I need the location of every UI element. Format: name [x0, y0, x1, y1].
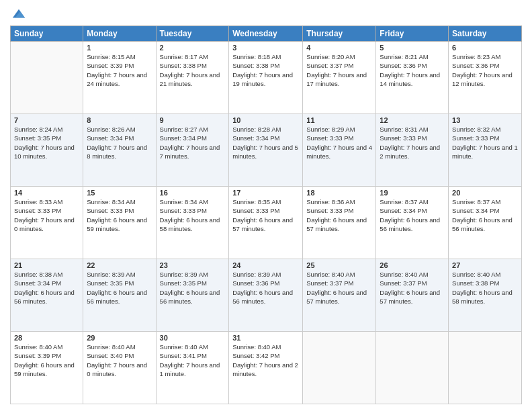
calendar-cell: 3Sunrise: 8:18 AMSunset: 3:38 PMDaylight…	[229, 42, 303, 114]
day-number: 18	[306, 189, 372, 197]
day-detail: Sunrise: 8:39 AMSunset: 3:35 PMDaylight:…	[87, 270, 152, 306]
calendar-cell: 17Sunrise: 8:35 AMSunset: 3:33 PMDayligh…	[229, 187, 303, 259]
calendar-cell: 7Sunrise: 8:24 AMSunset: 3:35 PMDaylight…	[11, 114, 83, 187]
day-number: 9	[160, 116, 226, 124]
day-detail: Sunrise: 8:40 AMSunset: 3:41 PMDaylight:…	[160, 342, 226, 378]
calendar-cell: 16Sunrise: 8:34 AMSunset: 3:33 PMDayligh…	[156, 187, 229, 259]
calendar-cell: 12Sunrise: 8:31 AMSunset: 3:33 PMDayligh…	[376, 114, 449, 187]
day-number: 12	[380, 116, 445, 124]
calendar-cell: 10Sunrise: 8:28 AMSunset: 3:34 PMDayligh…	[229, 114, 303, 187]
logo-icon	[11, 7, 26, 21]
day-detail: Sunrise: 8:17 AMSunset: 3:38 PMDaylight:…	[160, 52, 226, 88]
calendar-cell: 20Sunrise: 8:37 AMSunset: 3:34 PMDayligh…	[449, 187, 522, 259]
day-number: 2	[160, 44, 226, 52]
day-number: 14	[14, 189, 79, 197]
day-detail: Sunrise: 8:35 AMSunset: 3:33 PMDaylight:…	[232, 197, 299, 233]
calendar-cell	[449, 332, 522, 404]
calendar-cell: 23Sunrise: 8:39 AMSunset: 3:35 PMDayligh…	[156, 259, 229, 332]
calendar-week-row: 21Sunrise: 8:38 AMSunset: 3:34 PMDayligh…	[11, 259, 522, 332]
day-number: 30	[160, 334, 226, 342]
day-detail: Sunrise: 8:29 AMSunset: 3:33 PMDaylight:…	[306, 125, 372, 161]
day-number: 21	[14, 261, 79, 269]
weekday-header-wednesday: Wednesday	[229, 26, 303, 42]
calendar-week-row: 1Sunrise: 8:15 AMSunset: 3:39 PMDaylight…	[11, 42, 522, 114]
calendar-cell: 22Sunrise: 8:39 AMSunset: 3:35 PMDayligh…	[83, 259, 156, 332]
day-detail: Sunrise: 8:20 AMSunset: 3:37 PMDaylight:…	[306, 52, 372, 88]
page: SundayMondayTuesdayWednesdayThursdayFrid…	[0, 0, 532, 411]
weekday-header-friday: Friday	[376, 26, 449, 42]
calendar-cell: 24Sunrise: 8:39 AMSunset: 3:36 PMDayligh…	[229, 259, 303, 332]
calendar-cell: 9Sunrise: 8:27 AMSunset: 3:34 PMDaylight…	[156, 114, 229, 187]
day-detail: Sunrise: 8:33 AMSunset: 3:33 PMDaylight:…	[14, 197, 79, 233]
calendar-cell: 29Sunrise: 8:40 AMSunset: 3:40 PMDayligh…	[83, 332, 156, 404]
day-number: 20	[452, 189, 518, 197]
day-detail: Sunrise: 8:39 AMSunset: 3:36 PMDaylight:…	[232, 270, 299, 306]
day-detail: Sunrise: 8:39 AMSunset: 3:35 PMDaylight:…	[160, 270, 226, 306]
day-detail: Sunrise: 8:40 AMSunset: 3:42 PMDaylight:…	[232, 342, 299, 378]
weekday-header-monday: Monday	[83, 26, 156, 42]
calendar-cell: 13Sunrise: 8:32 AMSunset: 3:33 PMDayligh…	[449, 114, 522, 187]
calendar-cell: 19Sunrise: 8:37 AMSunset: 3:34 PMDayligh…	[376, 187, 449, 259]
day-detail: Sunrise: 8:18 AMSunset: 3:38 PMDaylight:…	[232, 52, 299, 88]
calendar-cell: 18Sunrise: 8:36 AMSunset: 3:33 PMDayligh…	[303, 187, 376, 259]
calendar-cell: 6Sunrise: 8:23 AMSunset: 3:36 PMDaylight…	[449, 42, 522, 114]
calendar-week-row: 7Sunrise: 8:24 AMSunset: 3:35 PMDaylight…	[11, 114, 522, 187]
calendar-cell: 30Sunrise: 8:40 AMSunset: 3:41 PMDayligh…	[156, 332, 229, 404]
day-number: 28	[14, 334, 79, 342]
calendar-week-row: 14Sunrise: 8:33 AMSunset: 3:33 PMDayligh…	[11, 187, 522, 259]
calendar-cell	[11, 42, 83, 114]
weekday-header-sunday: Sunday	[11, 26, 83, 42]
day-number: 31	[232, 334, 299, 342]
day-detail: Sunrise: 8:26 AMSunset: 3:34 PMDaylight:…	[87, 125, 152, 161]
day-detail: Sunrise: 8:37 AMSunset: 3:34 PMDaylight:…	[380, 197, 445, 233]
day-number: 17	[232, 189, 299, 197]
day-number: 25	[306, 261, 372, 269]
calendar-cell: 15Sunrise: 8:34 AMSunset: 3:33 PMDayligh…	[83, 187, 156, 259]
calendar-cell: 27Sunrise: 8:40 AMSunset: 3:38 PMDayligh…	[449, 259, 522, 332]
calendar-cell: 2Sunrise: 8:17 AMSunset: 3:38 PMDaylight…	[156, 42, 229, 114]
day-number: 10	[232, 116, 299, 124]
day-number: 1	[87, 44, 152, 52]
day-number: 11	[306, 116, 372, 124]
day-number: 4	[306, 44, 372, 52]
day-detail: Sunrise: 8:23 AMSunset: 3:36 PMDaylight:…	[452, 52, 518, 88]
day-number: 23	[160, 261, 226, 269]
day-detail: Sunrise: 8:40 AMSunset: 3:37 PMDaylight:…	[306, 270, 372, 306]
day-detail: Sunrise: 8:27 AMSunset: 3:34 PMDaylight:…	[160, 125, 226, 161]
day-detail: Sunrise: 8:38 AMSunset: 3:34 PMDaylight:…	[14, 270, 79, 306]
calendar-cell: 31Sunrise: 8:40 AMSunset: 3:42 PMDayligh…	[229, 332, 303, 404]
calendar-week-row: 28Sunrise: 8:40 AMSunset: 3:39 PMDayligh…	[11, 332, 522, 404]
day-detail: Sunrise: 8:34 AMSunset: 3:33 PMDaylight:…	[160, 197, 226, 233]
day-detail: Sunrise: 8:32 AMSunset: 3:33 PMDaylight:…	[452, 125, 518, 161]
day-number: 29	[87, 334, 152, 342]
calendar-cell: 25Sunrise: 8:40 AMSunset: 3:37 PMDayligh…	[303, 259, 376, 332]
day-detail: Sunrise: 8:40 AMSunset: 3:39 PMDaylight:…	[14, 342, 79, 378]
calendar-cell: 28Sunrise: 8:40 AMSunset: 3:39 PMDayligh…	[11, 332, 83, 404]
calendar-cell	[303, 332, 376, 404]
day-detail: Sunrise: 8:40 AMSunset: 3:37 PMDaylight:…	[380, 270, 445, 306]
weekday-header-saturday: Saturday	[449, 26, 522, 42]
calendar-cell: 26Sunrise: 8:40 AMSunset: 3:37 PMDayligh…	[376, 259, 449, 332]
calendar-cell: 14Sunrise: 8:33 AMSunset: 3:33 PMDayligh…	[11, 187, 83, 259]
weekday-header-tuesday: Tuesday	[156, 26, 229, 42]
day-number: 27	[452, 261, 518, 269]
weekday-header-thursday: Thursday	[303, 26, 376, 42]
day-number: 16	[160, 189, 226, 197]
logo	[10, 9, 26, 21]
calendar-cell: 8Sunrise: 8:26 AMSunset: 3:34 PMDaylight…	[83, 114, 156, 187]
day-number: 19	[380, 189, 445, 197]
day-number: 22	[87, 261, 152, 269]
day-number: 5	[380, 44, 445, 52]
day-detail: Sunrise: 8:15 AMSunset: 3:39 PMDaylight:…	[87, 52, 152, 88]
calendar-cell: 5Sunrise: 8:21 AMSunset: 3:36 PMDaylight…	[376, 42, 449, 114]
day-detail: Sunrise: 8:34 AMSunset: 3:33 PMDaylight:…	[87, 197, 152, 233]
day-number: 7	[14, 116, 79, 124]
calendar-cell: 1Sunrise: 8:15 AMSunset: 3:39 PMDaylight…	[83, 42, 156, 114]
day-number: 8	[87, 116, 152, 124]
day-number: 15	[87, 189, 152, 197]
day-number: 26	[380, 261, 445, 269]
header	[10, 7, 522, 21]
day-detail: Sunrise: 8:36 AMSunset: 3:33 PMDaylight:…	[306, 197, 372, 233]
day-detail: Sunrise: 8:28 AMSunset: 3:34 PMDaylight:…	[232, 125, 299, 161]
calendar-header-row: SundayMondayTuesdayWednesdayThursdayFrid…	[11, 26, 522, 42]
